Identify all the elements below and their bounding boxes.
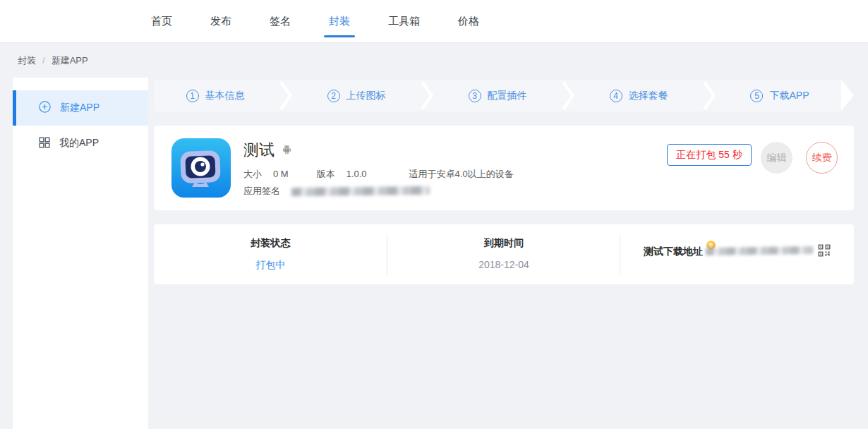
nav-label: 价格	[458, 15, 479, 28]
nav-label: 发布	[210, 15, 231, 28]
download-url-redacted-value	[706, 246, 813, 255]
sidebar: 新建APP 我的APP	[13, 78, 148, 429]
app-meta: 大小 0 M 版本 1.0.0 适用于安卓4.0以上的设备	[243, 168, 514, 181]
info-panel: 封装状态 打包中 到期时间 2018-12-04 测试下载地址 ?	[154, 224, 854, 284]
app-card: 测试 大小 0 M 版本 1.0.0 适用于安卓4.0以上的设备 应用签名 正在	[154, 126, 854, 210]
nav-label: 签名	[270, 15, 291, 28]
plus-circle-icon	[39, 101, 51, 115]
step-number-badge: 3	[469, 90, 481, 102]
sidebar-item-label: 我的APP	[59, 137, 99, 150]
step-label: 基本信息	[205, 90, 245, 102]
breadcrumb-package[interactable]: 封装	[18, 54, 36, 67]
download-url-header-text: 测试下载地址	[644, 246, 703, 257]
grid-icon	[39, 137, 50, 150]
size-label: 大小	[243, 168, 262, 181]
download-url-header: 测试下载地址 ?	[644, 246, 703, 258]
step-basic-info: 1 基本信息	[154, 80, 277, 111]
wizard-stepper: 1 基本信息 2 上传图标 3 配置插件 4 选择套餐 5 下载APP	[154, 80, 854, 111]
step-select-plan: 4 选择套餐	[577, 80, 700, 111]
chevron-right-icon	[277, 80, 295, 111]
step-label: 选择套餐	[629, 90, 668, 102]
nav-item-package[interactable]: 封装	[327, 0, 351, 42]
edit-button[interactable]: 编辑	[761, 142, 792, 174]
nav-item-publish[interactable]: 发布	[209, 0, 233, 42]
version-value: 1.0.0	[346, 169, 367, 179]
app-title: 测试	[243, 140, 275, 161]
signature-redacted-value	[291, 186, 430, 196]
stepper-end-arrow	[841, 80, 854, 111]
expiry-value: 2018-12-04	[387, 259, 621, 270]
top-navbar: 首页 发布 签名 封装 工具箱 价格	[0, 0, 868, 43]
package-status-header: 封装状态	[251, 237, 290, 250]
step-label: 下载APP	[769, 90, 809, 102]
app-icon	[171, 138, 231, 198]
packaging-status-button[interactable]: 正在打包 55 秒	[667, 144, 752, 166]
signature-label: 应用签名	[243, 185, 280, 198]
sidebar-item-my-app[interactable]: 我的APP	[13, 126, 148, 161]
expiry-header: 到期时间	[484, 237, 524, 250]
step-number-badge: 2	[327, 90, 340, 102]
android-icon	[281, 143, 293, 158]
package-status-column: 封装状态 打包中	[154, 224, 387, 284]
chevron-right-icon	[559, 80, 577, 111]
step-number-badge: 1	[186, 90, 199, 102]
chevron-right-icon	[700, 80, 718, 111]
renew-button[interactable]: 续费	[806, 142, 838, 174]
step-label: 上传图标	[346, 90, 386, 102]
step-number-badge: 4	[610, 90, 622, 102]
signature-row: 应用签名	[243, 185, 430, 198]
download-url-column: 测试下载地址 ?	[620, 224, 854, 284]
step-download-app: 5 下载APP	[718, 80, 841, 111]
nav-item-home[interactable]: 首页	[150, 0, 174, 42]
nav-item-pricing[interactable]: 价格	[457, 0, 481, 42]
breadcrumb-new-app: 新建APP	[52, 54, 88, 67]
chevron-right-icon	[418, 80, 436, 111]
step-configure-plugins: 3 配置插件	[436, 80, 559, 111]
sidebar-item-label: 新建APP	[60, 102, 100, 114]
breadcrumb: 封装 / 新建APP	[0, 43, 868, 78]
compatibility-text: 适用于安卓4.0以上的设备	[409, 168, 514, 181]
nav-label: 首页	[151, 15, 172, 28]
size-value: 0 M	[273, 169, 289, 179]
version-label: 版本	[317, 168, 335, 181]
qr-code-icon[interactable]	[818, 244, 831, 257]
step-label: 配置插件	[488, 90, 527, 102]
breadcrumb-separator: /	[42, 55, 45, 66]
package-status-value: 打包中	[154, 259, 387, 272]
nav-item-toolbox[interactable]: 工具箱	[387, 0, 421, 42]
step-number-badge: 5	[750, 90, 763, 102]
sidebar-item-new-app[interactable]: 新建APP	[13, 90, 148, 126]
nav-label: 封装	[329, 15, 350, 28]
step-upload-icon: 2 上传图标	[295, 80, 418, 111]
expiry-column: 到期时间 2018-12-04	[387, 224, 621, 284]
nav-item-signature[interactable]: 签名	[268, 0, 292, 42]
nav-label: 工具箱	[388, 15, 420, 28]
